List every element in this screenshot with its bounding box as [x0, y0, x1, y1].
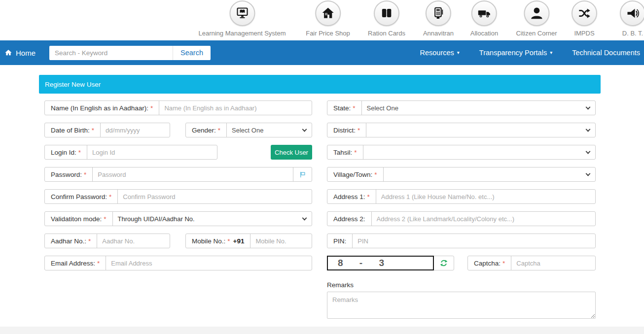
lms-icon [229, 0, 255, 26]
gender-group: Gender:* Select One [185, 123, 312, 137]
mobile-group: Mobile No.:* +91 [185, 234, 312, 248]
address1-group: Address 1:* [327, 189, 596, 204]
login-id-input[interactable] [87, 145, 217, 159]
state-label: State:* [327, 101, 362, 115]
nav-link-label: Resources [420, 49, 454, 57]
mobile-label: Mobile No.:* +91 [186, 234, 250, 248]
captcha-label: Captcha:* [468, 256, 511, 270]
captcha-group: Captcha:* [467, 256, 596, 270]
village-group: Village/Town:* [327, 167, 596, 182]
required-mark: * [358, 127, 360, 134]
service-label: Learning Management System [198, 30, 286, 37]
dob-group: Date of Birth:* [44, 123, 170, 137]
caret-down-icon: ▾ [457, 50, 460, 55]
home-icon [4, 49, 12, 57]
password-group: Password:* [44, 167, 312, 182]
service-label: Allocation [470, 30, 498, 37]
address1-input[interactable] [376, 190, 595, 203]
dob-input[interactable] [101, 123, 170, 137]
validation-mode-selected-value: Through UIDAI/Aadhar No. [118, 215, 195, 223]
email-group: Email Address:* [44, 256, 312, 270]
gender-select[interactable]: Select One [227, 123, 312, 137]
refresh-captcha-icon[interactable] [433, 256, 454, 270]
name-input[interactable] [159, 101, 312, 115]
service-label: IMPDS [574, 30, 594, 37]
validation-mode-select[interactable]: Through UIDAI/Aadhar No. [113, 212, 312, 226]
service-label: D. B. T. [622, 30, 643, 37]
nav-home-link[interactable]: Home [4, 49, 36, 57]
aadhar-label: Aadhar No.:* [45, 234, 97, 248]
service-impds[interactable]: IMPDS [572, 0, 597, 37]
remarks-textarea[interactable] [327, 292, 596, 319]
caret-down-icon: ▾ [550, 50, 552, 55]
aadhar-input[interactable] [97, 234, 170, 248]
mobile-input[interactable] [250, 234, 312, 248]
search-button[interactable]: Search [173, 46, 211, 60]
service-ration-cards[interactable]: Ration Cards [368, 0, 405, 37]
service-allocation[interactable]: Allocation [470, 0, 498, 37]
confirm-password-group: Confirm Password:* [44, 189, 312, 204]
gender-selected-value: Select One [232, 127, 263, 134]
chevron-down-icon [586, 171, 591, 176]
validation-mode-label: Validatiton mode:* [45, 212, 113, 226]
check-user-button[interactable]: Check User [271, 145, 312, 160]
chevron-down-icon [302, 216, 307, 221]
required-mark: * [218, 127, 220, 134]
validation-mode-group: Validatiton mode:* Through UIDAI/Aadhar … [44, 211, 312, 226]
service-learning-management-system[interactable]: Learning Management System [198, 0, 286, 37]
village-select[interactable] [384, 167, 595, 181]
pin-label: PIN: [327, 234, 353, 248]
captcha-image: 8 - 3 [327, 256, 434, 270]
confirm-password-input[interactable] [118, 190, 312, 203]
chevron-down-icon [586, 127, 591, 132]
form-right-column: State:* Select One District:* [327, 100, 596, 321]
service-label: Annavitran [423, 30, 454, 37]
password-label: Password:* [45, 167, 93, 181]
nav-transparency-portals-menu[interactable]: Transparency Portals ▾ [479, 49, 552, 57]
service-citizen-corner[interactable]: Citizen Corner [516, 0, 557, 37]
required-mark: * [78, 149, 81, 156]
email-label: Email Address:* [45, 256, 106, 270]
remarks-label: Remarks [327, 281, 596, 289]
state-selected-value: Select One [367, 104, 398, 112]
nav-link-label: Technical Documents [572, 49, 640, 57]
district-select[interactable] [366, 123, 595, 137]
gender-label: Gender:* [186, 123, 227, 137]
dob-label: Date of Birth:* [45, 123, 101, 137]
annavitran-icon [426, 0, 451, 26]
login-id-group: Login Id:* [44, 145, 217, 160]
address2-input[interactable] [372, 212, 595, 226]
required-mark: * [354, 149, 357, 156]
allocation-icon [471, 0, 497, 26]
password-policy-flag-icon[interactable] [293, 167, 312, 181]
required-mark: * [84, 171, 86, 178]
address1-label: Address 1:* [327, 190, 376, 203]
service-label: Ration Cards [368, 30, 405, 37]
service-dbt[interactable]: D. B. T. [620, 0, 644, 37]
nav-search: Search [49, 46, 211, 60]
service-annavitran[interactable]: Annavitran [423, 0, 454, 37]
ration-cards-icon [374, 0, 399, 26]
search-input[interactable] [49, 46, 173, 60]
service-label: Citizen Corner [516, 30, 557, 37]
captcha-input[interactable] [511, 256, 595, 270]
pin-input[interactable] [353, 234, 595, 248]
email-input[interactable] [106, 256, 312, 270]
required-mark: * [502, 260, 505, 267]
nav-resources-menu[interactable]: Resources ▾ [420, 49, 460, 57]
form-left-column: Name (In English as in Aadhaar):* Date o… [44, 100, 312, 321]
citizen-corner-icon [524, 0, 549, 26]
required-mark: * [97, 260, 100, 267]
nav-links: Resources ▾ Transparency Portals ▾ Techn… [420, 49, 641, 57]
tahsil-select[interactable] [363, 145, 595, 159]
service-fair-price-shop[interactable]: Fair Price Shop [306, 0, 350, 37]
nav-technical-documents-link[interactable]: Technical Documents [572, 49, 640, 57]
chevron-down-icon [302, 127, 307, 132]
fair-price-shop-icon [315, 0, 341, 26]
register-panel: Register New User Name (In English as in… [39, 75, 601, 321]
password-input[interactable] [93, 167, 293, 181]
state-select[interactable]: Select One [362, 101, 595, 115]
required-mark: * [367, 193, 370, 200]
nav-link-label: Transparency Portals [479, 49, 547, 57]
pin-group: PIN: [327, 234, 596, 248]
